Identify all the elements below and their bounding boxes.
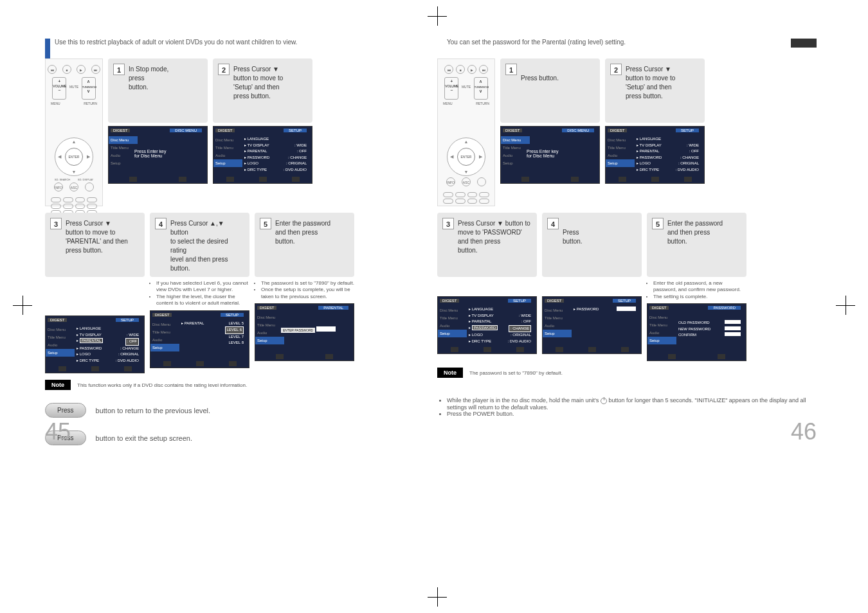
step-4-text: level and then press [170,256,228,263]
ss-title: SETUP [116,318,139,322]
ss-tab: Audio [109,152,138,159]
ss-tab: Disc Menu [150,321,179,328]
ss-tab: Audio [213,152,242,159]
remote-illustration: ⏮ ■ ▶ ⏭ +VOLUME− MUTE ∧TUNING/CH∨ MENU R… [45,58,103,206]
step-text: button to move to [626,75,675,82]
remote-illustration-right: ⏮■▶⏭ +VOLUME− MUTE ∧TUNING/CH∨ MENURETUR… [437,58,495,206]
step-3-text: button to move to [66,229,115,236]
footer-return-row: Press button to return to the previous l… [45,403,424,418]
step-2-text: button. [251,93,271,100]
step-5-num: 5 [260,218,271,229]
step-text: Enter the password [667,220,723,227]
step-r3-col: 3 Press Cursor ▼ button to move to 'PASS… [437,213,537,361]
step-r5-col: 5 Enter the password and then press butt… [647,213,746,361]
step-1-text-3: button. [129,84,149,91]
step-3-text: Press Cursor ▼ [66,220,111,227]
step-text: button. [643,93,663,100]
step-r5-bullets: Enter the old password, a new password, … [647,280,746,300]
ss-tab: Disc Menu [46,326,75,333]
step-2-box: 2 Press Cursor ▼ button to move to 'Setu… [213,58,312,123]
step-1-text-2: press [129,75,144,82]
remote-stop-icon: ■ [62,65,71,74]
step-r4-num: 4 [547,218,559,229]
ss-header-left: DIGEST [152,313,172,317]
step-text: button. [563,238,583,245]
page-number: 46 [791,418,817,445]
ss-tab: Audio [150,336,179,344]
ss-text: for Disc Menu [134,154,166,158]
step-text: Press [521,75,538,82]
ss-header-left: DIGEST [48,318,67,322]
screenshot-password-hl: DIGEST SETUP Disc Menu Title Menu Audio … [437,296,537,354]
step-text: Press Cursor ▼ button to [458,220,530,227]
step-4-text: to select the desired rating [170,238,228,254]
power-icon [601,398,607,404]
step-r5-num: 5 [652,218,664,229]
step-4-box: 4 Press Cursor ▲,▼ button to select the … [150,213,249,277]
step-5-text: and then press [275,229,318,236]
ss-title: DISC MENU [170,129,202,132]
bullet: The setting is complete. [653,294,746,300]
note-label: Note [45,380,71,390]
step-5-text: Enter the password [275,220,330,227]
remote-next-icon: ⏭ [91,65,100,74]
ss-tab: Disc Menu [255,314,284,321]
step-r1-box: 1 Press button. [500,58,600,123]
left-page: Use this to restrict playback of adult o… [45,39,424,445]
screenshot-disc-menu: DIGEST DISC MENU Disc Menu Title Menu Au… [108,126,208,184]
step-text: button. [539,75,559,82]
screenshot-setup: DIGEST SETUP Disc Menu Title Menu Audio … [213,126,312,184]
step-2-num: 2 [218,64,230,75]
step-r1-num: 1 [505,64,517,75]
crop-mark-left [13,296,32,315]
screenshot-setup-r: DIGEST SETUP Disc Menu Title Menu Audio … [605,126,705,184]
ss-tab: Setup [150,344,179,351]
page-number: 45 [45,418,71,445]
step-5-bullets: The password is set to "7890" by default… [255,280,354,300]
step-1-text-1: In Stop mode, [129,66,168,73]
step-4-bullets: If you have selected Level 6, you cannot… [150,280,249,307]
note-label: Note [437,368,463,378]
step-2-text: Press Cursor ▼ [233,66,279,73]
remote-sd-display-label: SD. DISPLAY [78,178,93,181]
screenshot-password-change: DIGEST PASSWORD Disc Menu Title Menu Aud… [647,303,746,361]
note-text: This function works only if a DVD disc c… [77,382,247,388]
step-1-num: 1 [113,64,125,75]
step-row-1-right: ⏮■▶⏭ +VOLUME− MUTE ∧TUNING/CH∨ MENURETUR… [437,58,817,206]
ss-header-left: DIGEST [257,306,276,310]
ss-title: SETUP [284,129,307,132]
step-r2-box: 2 Press Cursor ▼ button to move to 'Setu… [605,58,705,123]
step-column-2: 2 Press Cursor ▼ button to move to 'Setu… [213,58,312,206]
spread-container: Use this to restrict playback of adult o… [0,0,868,465]
step-2-text: 'Setup' and then [233,84,280,91]
screenshot-password-input: DIGEST SETUP Disc Menu Title Menu Audio … [542,296,642,354]
initialize-bullet: Press the POWER button. [447,411,817,417]
intro-text: You can set the password for the Parenta… [447,39,817,46]
remote-btn-3 [85,182,94,191]
step-5-box: 5 Enter the password and then press butt… [255,213,354,277]
step-2-text: button to move to [233,75,283,82]
step-text: move to 'PASSWORD' [458,229,522,236]
ss-tab: Setup [213,159,242,167]
step-column-1: 1 In Stop mode, press button. DIGEST DIS… [108,58,208,206]
step-4-num: 4 [155,218,167,229]
step-4-col: 4 Press Cursor ▲,▼ button to select the … [150,213,249,373]
ss-title: PARENTAL [318,306,348,310]
note-row: Note This function works only if a DVD d… [45,380,424,390]
step-r3-box: 3 Press Cursor ▼ button to move to 'PASS… [437,213,537,277]
step-2-text: press [233,93,249,100]
top-right-bar [791,39,817,48]
initialize-bullet: While the player is in the no disc mode,… [447,397,817,411]
ss-tab: Title Menu [46,333,75,341]
crop-mark-top [428,6,447,26]
screenshot-disc-menu-r: DIGEST DISC MENU Disc Menu Title Menu Au… [500,126,600,184]
step-text: Press [563,229,579,236]
bullet: If you have selected Level 6, you cannot… [156,280,249,294]
footer-text: button to exit the setup screen. [96,434,192,442]
screenshot-parental-hl: DIGEST SETUP Disc Menu Title Menu Audio … [45,315,145,373]
remote-sd-search-label: SD. SEARCH [55,178,70,181]
step-4-text: button. [170,265,190,272]
ss-title: SETUP [221,313,244,317]
ss-header-left: DIGEST [111,129,130,132]
step-column-r2: 2 Press Cursor ▼ button to move to 'Setu… [605,58,705,206]
